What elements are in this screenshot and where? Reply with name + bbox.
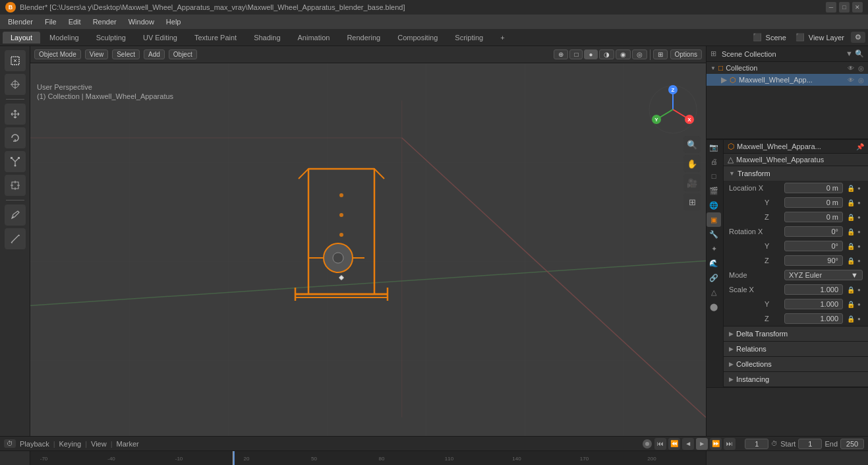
outliner-search-button[interactable]: 🔍 <box>855 49 864 58</box>
rot-keyframe-z-dot[interactable]: ● <box>857 258 863 264</box>
play-back-button[interactable]: ◄ <box>682 438 694 450</box>
minimize-button[interactable]: ─ <box>826 2 836 13</box>
tab-texture-paint[interactable]: Texture Paint <box>187 32 245 44</box>
maxwell-visibility-toggle[interactable]: 👁 <box>848 77 854 84</box>
maxwell-render-toggle[interactable]: ◎ <box>858 77 864 84</box>
add-workspace-button[interactable]: + <box>492 32 512 44</box>
jump-start-button[interactable]: ⏮ <box>654 438 666 450</box>
xray-toggle[interactable]: □ <box>569 49 583 59</box>
outliner-item-maxwell[interactable]: ▶ ⬡ Maxwell_Wheel_App... 👁 ◎ <box>707 74 868 86</box>
annotate-tool[interactable] <box>5 204 26 226</box>
tab-scripting[interactable]: Scripting <box>447 32 491 44</box>
viewport-overlay-button[interactable]: ⊕ <box>554 49 568 59</box>
material-shading[interactable]: ◑ <box>599 49 614 59</box>
start-frame-input[interactable] <box>798 439 822 449</box>
location-y-value[interactable]: 0 m <box>784 197 843 208</box>
add-menu[interactable]: Add <box>144 49 165 59</box>
tab-uv-editing[interactable]: UV Editing <box>135 32 185 44</box>
rot-lock-z-icon[interactable]: 🔒 <box>847 257 855 264</box>
particle-props-icon[interactable]: ✦ <box>707 241 721 256</box>
instancing-header[interactable]: ▶ Instancing <box>724 372 868 387</box>
rotation-x-value[interactable]: 0° <box>784 226 843 237</box>
menu-window[interactable]: Window <box>123 16 159 27</box>
rot-keyframe-x-dot[interactable]: ● <box>857 229 863 235</box>
select-box-tool[interactable] <box>5 50 26 71</box>
pin-icon[interactable]: 📌 <box>856 143 864 150</box>
scale-x-value[interactable]: 1.000 <box>784 284 843 295</box>
rotation-y-value[interactable]: 0° <box>784 241 843 251</box>
orthographic-button[interactable]: ⊞ <box>683 193 701 210</box>
rot-lock-y-icon[interactable]: 🔒 <box>847 243 855 250</box>
play-button[interactable]: ► <box>696 438 708 450</box>
collection-visibility-toggle[interactable]: 👁 <box>848 65 854 72</box>
tab-shading[interactable]: Shading <box>246 32 288 44</box>
timeline-scrubber[interactable]: -70 -40 -10 20 50 80 110 140 170 200 <box>30 451 706 465</box>
rot-lock-x-icon[interactable]: 🔒 <box>847 228 855 235</box>
options-button[interactable]: Options <box>670 49 702 59</box>
cursor-tool[interactable] <box>5 74 26 95</box>
record-button[interactable] <box>643 439 652 449</box>
window-controls[interactable]: ─ □ ✕ <box>826 2 863 13</box>
lock-x-icon[interactable]: 🔒 <box>847 185 855 192</box>
scene-name[interactable]: Scene <box>766 34 786 42</box>
keying-menu[interactable]: Keying <box>59 440 82 448</box>
relations-header[interactable]: ▶ Relations <box>724 342 868 356</box>
menu-blender[interactable]: Blender <box>3 16 38 27</box>
lock-y-icon[interactable]: 🔒 <box>847 199 855 206</box>
solid-shading[interactable]: ● <box>584 49 597 59</box>
physics-props-icon[interactable]: 🌊 <box>707 256 721 270</box>
data-props-icon[interactable]: △ <box>707 285 721 299</box>
rot-keyframe-y-dot[interactable]: ● <box>857 243 863 249</box>
view-layer-props-icon[interactable]: □ <box>707 169 721 183</box>
object-menu[interactable]: Object <box>169 49 197 59</box>
current-frame-input[interactable] <box>745 439 768 449</box>
rendered-shading[interactable]: ◉ <box>616 49 631 59</box>
step-forward-button[interactable]: ⏩ <box>710 438 722 450</box>
tab-modeling[interactable]: Modeling <box>42 32 87 44</box>
playback-menu[interactable]: Playback <box>20 440 49 448</box>
scale-y-value[interactable]: 1.000 <box>784 299 843 309</box>
collections-header[interactable]: ▶ Collections <box>724 357 868 371</box>
tab-sculpting[interactable]: Sculpting <box>88 32 134 44</box>
tab-animation[interactable]: Animation <box>290 32 338 44</box>
jump-end-button[interactable]: ⏭ <box>724 438 736 450</box>
gizmo-button[interactable]: ⊞ <box>653 49 668 59</box>
menu-edit[interactable]: Edit <box>63 16 86 27</box>
rotation-z-value[interactable]: 90° <box>784 255 843 266</box>
step-back-button[interactable]: ⏪ <box>668 438 680 450</box>
scale-lock-x-icon[interactable]: 🔒 <box>847 286 855 294</box>
keyframe-x-dot[interactable]: ● <box>857 185 863 191</box>
rotation-mode-dropdown[interactable]: XYZ Euler ▼ <box>784 270 863 280</box>
transform-tool[interactable] <box>5 175 26 196</box>
transform-section-header[interactable]: ▼ Transform <box>724 166 868 181</box>
maximize-button[interactable]: □ <box>839 2 850 13</box>
modifier-props-icon[interactable]: 🔧 <box>707 227 721 241</box>
object-mode-dropdown[interactable]: Object Mode <box>34 49 81 59</box>
object-props-icon[interactable]: ▣ <box>707 212 721 227</box>
timeline-icon[interactable]: ⏱ <box>4 439 16 448</box>
pan-button[interactable]: ✋ <box>683 155 701 172</box>
playhead[interactable] <box>233 451 235 465</box>
render-props-icon[interactable]: 📷 <box>707 140 721 154</box>
view-layer-name[interactable]: View Layer <box>809 34 844 42</box>
view-menu[interactable]: View <box>85 49 109 59</box>
tab-rendering[interactable]: Rendering <box>339 32 388 44</box>
constraints-props-icon[interactable]: 🔗 <box>707 270 721 285</box>
delta-transform-header[interactable]: ▶ Delta Transform <box>724 326 868 341</box>
select-menu[interactable]: Select <box>112 49 140 59</box>
measure-tool[interactable] <box>5 228 26 249</box>
scene-props-icon[interactable]: 🎬 <box>707 183 721 198</box>
viewport-canvas[interactable]: User Perspective (1) Collection | Maxwel… <box>30 63 706 436</box>
scale-lock-y-icon[interactable]: 🔒 <box>847 301 855 308</box>
keyframe-y-dot[interactable]: ● <box>857 200 863 206</box>
marker-menu[interactable]: Marker <box>117 440 139 448</box>
world-props-icon[interactable]: 🌐 <box>707 198 721 212</box>
tab-layout[interactable]: Layout <box>3 32 40 44</box>
output-props-icon[interactable]: 🖨 <box>707 154 721 169</box>
end-frame-input[interactable] <box>840 439 864 449</box>
menu-help[interactable]: Help <box>161 16 187 27</box>
collection-render-toggle[interactable]: ◎ <box>858 65 864 72</box>
move-tool[interactable] <box>5 104 26 125</box>
viewport-3d[interactable]: Object Mode View Select Add Object ⊕ □ ●… <box>30 46 706 436</box>
tab-compositing[interactable]: Compositing <box>390 32 446 44</box>
